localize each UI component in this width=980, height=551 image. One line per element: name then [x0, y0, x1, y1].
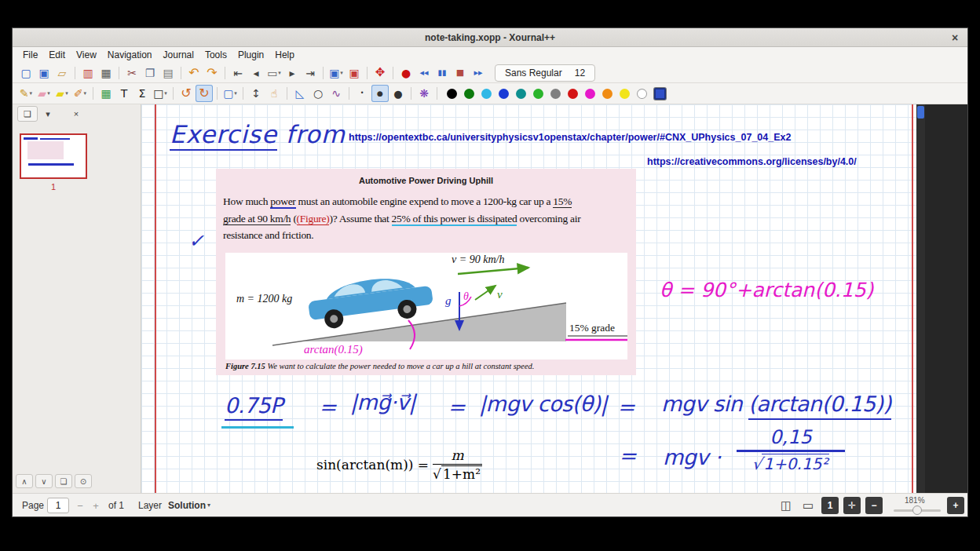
scrollbar-thumb[interactable] — [917, 106, 924, 119]
marker-tool[interactable]: ✐▾ — [71, 85, 89, 102]
draw-spline[interactable]: ∿ — [327, 85, 345, 102]
menu-view[interactable]: View — [71, 48, 102, 62]
rotate-counterclockwise[interactable]: ↺ — [177, 85, 195, 102]
sidebar-duplicate-button[interactable]: ❏ — [55, 474, 72, 488]
first-page[interactable]: ⇤ — [229, 64, 247, 82]
status-bar: Page − + of 1 Layer Solution ▾ ◫ ▭ 1 ✛ −… — [13, 493, 967, 516]
underlined-dissipated: 25% of this power is dissipated — [392, 213, 517, 226]
sidebar-focus-button[interactable]: ⊙ — [75, 474, 92, 488]
toolbar-separator — [173, 87, 174, 100]
rewind[interactable]: ◂◂ — [415, 64, 433, 82]
color-swatch-white[interactable] — [637, 89, 647, 99]
record-audio[interactable]: ● — [397, 64, 415, 82]
paste[interactable]: ▤ — [159, 64, 177, 82]
two-page-view-button[interactable]: ◫ — [777, 497, 795, 514]
margin-line-right — [912, 104, 913, 493]
text-tool[interactable]: T — [115, 85, 133, 102]
save[interactable]: ▣ — [35, 64, 53, 82]
last-page-icon: ⇥ — [305, 68, 315, 78]
draw-ellipse[interactable]: ○ — [309, 85, 327, 102]
copy[interactable]: ❐ — [141, 64, 159, 82]
zoom-fit-button[interactable]: ✛ — [843, 497, 861, 514]
insert-image[interactable]: ▦ — [97, 85, 115, 102]
color-swatch-teal[interactable] — [516, 89, 526, 99]
line-style[interactable]: ❋ — [415, 85, 433, 102]
pause[interactable]: ▮▮ — [433, 64, 451, 82]
menu-edit[interactable]: Edit — [43, 48, 71, 62]
pen-tool[interactable]: ✎▾ — [17, 85, 35, 102]
sidebar-up-button[interactable]: ∧ — [16, 474, 33, 488]
color-swatch-light-blue[interactable] — [481, 89, 492, 99]
source-link[interactable]: https://opentextbc.ca/universityphysicsv… — [349, 132, 791, 143]
forward[interactable]: ▸▸ — [470, 64, 487, 82]
sidebar-down-button[interactable]: ∨ — [35, 474, 53, 488]
zoom-fit[interactable]: ✥ — [371, 64, 389, 82]
menu-plugin[interactable]: Plugin — [232, 48, 269, 62]
color-swatch-yellow[interactable] — [620, 89, 630, 99]
vertical-scrollbar[interactable] — [916, 104, 925, 493]
color-swatch-current-blue[interactable] — [654, 88, 666, 100]
page-decrement-button[interactable]: − — [72, 498, 88, 513]
font-selector-button[interactable]: Sans Regular 12 — [495, 64, 595, 82]
thickness-thick[interactable]: ● — [389, 85, 407, 102]
license-link[interactable]: https://creativecommons.org/licenses/by/… — [647, 156, 857, 167]
redo[interactable]: ↷ — [203, 64, 221, 82]
rotate-clockwise[interactable]: ↻ — [196, 85, 213, 102]
cut[interactable]: ✂ — [123, 64, 141, 82]
zoom-slider-thumb[interactable] — [912, 505, 922, 515]
zoom-in-button[interactable]: + — [947, 497, 964, 514]
export-pdf[interactable]: ▥ — [79, 64, 97, 82]
color-swatch-gray[interactable] — [550, 89, 561, 99]
shape-tool[interactable]: □▾ — [152, 85, 169, 102]
page-1-thumbnail[interactable] — [20, 133, 87, 179]
menu-help[interactable]: Help — [269, 48, 300, 62]
color-swatch-magenta[interactable] — [585, 89, 595, 99]
thickness-medium[interactable]: ● — [371, 85, 389, 102]
undo[interactable]: ↶ — [185, 64, 203, 82]
sidebar-mode-chevron-icon[interactable]: ▾ — [41, 106, 55, 122]
presentation-view-button[interactable]: ▭ — [799, 497, 817, 514]
sidebar-close-icon[interactable]: × — [69, 106, 83, 122]
menu-navigation[interactable]: Navigation — [102, 48, 158, 62]
menu-tools[interactable]: Tools — [199, 48, 232, 62]
color-swatch-black[interactable] — [447, 89, 457, 99]
vertical-space-tool[interactable]: ↕ — [247, 85, 265, 102]
thickness-fine[interactable]: • — [353, 85, 371, 102]
handwritten-fraction: 0,15 √1+0.15² — [732, 426, 850, 473]
select-region[interactable]: ▢▾ — [221, 85, 239, 102]
eraser-tool[interactable]: ▰▾ — [35, 85, 53, 102]
draw-triangle-icon: ◺ — [296, 88, 305, 99]
hand-tool[interactable]: ☝ — [265, 85, 283, 102]
color-swatch-orange[interactable] — [602, 89, 612, 99]
color-swatch-red[interactable] — [568, 89, 578, 99]
new-page-after[interactable]: ▣▾ — [327, 64, 345, 82]
layer-value[interactable]: Solution — [168, 500, 206, 511]
highlighter-tool[interactable]: ▰▾ — [53, 85, 71, 102]
previous-page[interactable]: ◂ — [247, 64, 265, 82]
color-swatch-dark-green[interactable] — [464, 89, 474, 99]
figure-reference-link[interactable]: (Figure) — [297, 213, 330, 225]
single-page-button[interactable]: 1 — [821, 497, 839, 514]
page-number-input[interactable] — [47, 498, 69, 513]
menu-file[interactable]: File — [17, 48, 43, 62]
page-increment-button[interactable]: + — [88, 498, 104, 513]
color-swatch-green[interactable] — [533, 89, 543, 99]
stop[interactable]: ■ — [452, 64, 469, 82]
draw-triangle[interactable]: ◺ — [291, 85, 309, 102]
menu-journal[interactable]: Journal — [158, 48, 199, 62]
open-folder[interactable]: ▱ — [53, 64, 71, 82]
sidebar-pages-button[interactable]: ❏ — [17, 106, 38, 122]
note-page[interactable]: Exercise from https://opentextbc.ca/univ… — [141, 104, 916, 493]
next-page[interactable]: ▸ — [283, 64, 301, 82]
math-tex-tool[interactable]: Σ — [133, 85, 151, 102]
window-close-button[interactable]: × — [948, 31, 962, 45]
zoom-out-button[interactable]: − — [865, 497, 883, 514]
new-document[interactable]: ▢ — [17, 64, 35, 82]
print[interactable]: ▦ — [97, 64, 115, 82]
chevron-down-icon: ▾ — [30, 90, 33, 97]
delete-page[interactable]: ▣ — [346, 64, 363, 82]
page-menu[interactable]: ▭▾ — [265, 64, 283, 82]
last-page[interactable]: ⇥ — [302, 64, 319, 82]
color-swatch-blue[interactable] — [499, 89, 509, 99]
layer-chevron-icon[interactable]: ▾ — [207, 502, 210, 509]
